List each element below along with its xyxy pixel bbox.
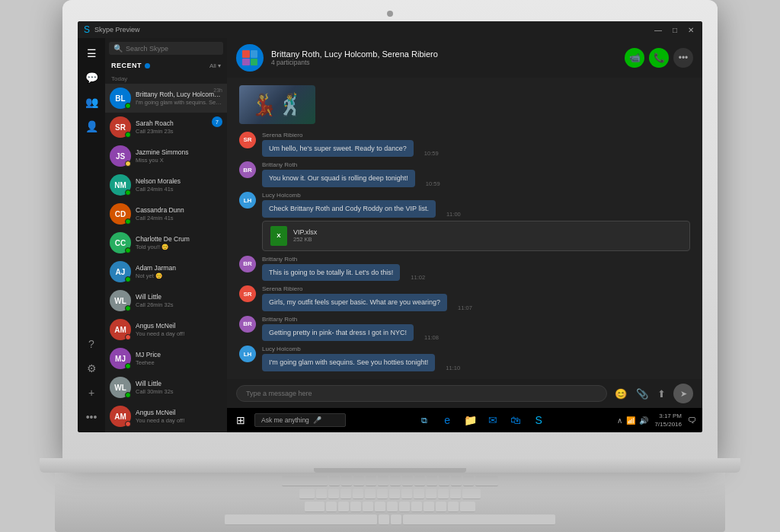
contact-preview: Call 26min 32s <box>136 301 222 308</box>
contact-item[interactable]: MJ MJ Price Teehee <box>105 431 227 432</box>
contact-preview: I'm going glam with sequins. See you h..… <box>136 99 222 106</box>
excel-icon: X <box>270 226 287 246</box>
message-time: 10:59 <box>424 150 439 157</box>
avatar: NM <box>110 174 131 196</box>
file-name: VIP.xlsx <box>293 228 317 236</box>
mic-icon: 🎤 <box>313 416 321 424</box>
contact-name: Brittany Roth, Lucy Holcomb, S... <box>136 91 222 98</box>
notification-icon[interactable]: 🗨 <box>688 416 696 425</box>
section-date: Today <box>105 72 227 84</box>
close-button[interactable]: ✕ <box>686 26 696 34</box>
all-filter-button[interactable]: All ▾ <box>209 62 221 69</box>
contact-item[interactable]: WL Will Little Call 30min 32s <box>105 373 227 402</box>
contacts-panel: 🔍 RECENT All ▾ Today <box>105 38 227 432</box>
message-block: SR Serena Ribiero Girls, my outfit feels… <box>239 285 690 311</box>
message-bubble: Getting pretty in pink- that dress I got… <box>262 324 414 342</box>
taskbar-search[interactable]: Ask me anything 🎤 <box>254 413 346 427</box>
message-time: 11:02 <box>411 274 425 281</box>
contact-item[interactable]: CC Charlotte De Crum Told you!! 😊 <box>105 228 227 257</box>
contact-name: Will Little <box>136 293 222 301</box>
contacts-list: BL Brittany Roth, Lucy Holcomb, S... I'm… <box>105 84 227 432</box>
edge-browser-app[interactable]: e <box>437 410 457 430</box>
contact-preview: Call 24min 41s <box>136 215 222 221</box>
contact-item[interactable]: AM Angus McNeil You need a day off! <box>105 402 227 431</box>
share-button[interactable]: ⬆ <box>656 387 667 401</box>
status-dot <box>125 334 131 340</box>
sidebar-chat-icon[interactable]: 💬 <box>81 67 102 88</box>
send-button[interactable]: ➤ <box>673 384 693 403</box>
message-bubble: Girls, my outfit feels super basic. What… <box>262 294 447 311</box>
chevron-up-icon[interactable]: ∧ <box>617 416 622 425</box>
message-block: BR Brittany Roth This is going to be tot… <box>239 256 690 282</box>
minimize-button[interactable]: — <box>652 26 664 34</box>
message-avatar: LH <box>239 346 256 362</box>
status-dot <box>125 103 131 109</box>
taskbar: ⊞ Ask me anything 🎤 ⧉ e 📁 ✉ 🛍 <box>227 408 702 432</box>
message-input[interactable] <box>236 385 607 402</box>
clock-date: 7/15/2016 <box>654 420 682 428</box>
message-sender: Lucy Holcomb <box>262 346 690 352</box>
status-dot <box>125 421 131 427</box>
contact-name: Angus McNeil <box>136 409 222 416</box>
mail-app[interactable]: ✉ <box>483 410 503 430</box>
message-bubble: Check Brittany Roth and Cody Roddy on th… <box>262 200 436 218</box>
contact-name: Angus McNeil <box>136 322 222 330</box>
message-bubble: You know it. Our squad is rolling deep t… <box>262 170 415 187</box>
more-options-button[interactable]: ••• <box>673 48 693 68</box>
message-time: 10:59 <box>426 180 440 187</box>
contact-item[interactable]: BL Brittany Roth, Lucy Holcomb, S... I'm… <box>105 84 227 113</box>
message-time: 11:07 <box>458 304 472 311</box>
attach-button[interactable]: 📎 <box>635 387 650 401</box>
message-avatar: LH <box>239 192 256 209</box>
emoji-button[interactable]: 😊 <box>613 387 628 401</box>
contact-item[interactable]: AM Angus McNeil You need a day off! <box>105 315 227 344</box>
search-icon: 🔍 <box>113 44 123 53</box>
speaker-icon: 🔊 <box>639 416 648 425</box>
status-dot <box>125 218 131 225</box>
status-dot <box>125 305 131 311</box>
avatar: AJ <box>110 261 131 282</box>
sidebar-menu-icon[interactable]: ☰ <box>81 43 102 64</box>
video-call-button[interactable]: 📹 <box>625 48 644 68</box>
message-sender: Brittany Roth <box>262 316 690 323</box>
sidebar-help-icon[interactable]: ? <box>81 333 102 355</box>
contact-item[interactable]: WL Will Little Call 26min 32s <box>105 286 227 315</box>
contact-item[interactable]: CD Cassandra Dunn Call 24min 41s <box>105 199 227 228</box>
contact-preview: Call 24min 41s <box>136 186 222 193</box>
chat-title: Brittany Roth, Lucy Holcomb, Serena Ribi… <box>271 49 617 59</box>
sidebar-settings-icon[interactable]: ⚙ <box>81 358 102 379</box>
participants-label: 4 participants <box>271 59 310 66</box>
task-view-button[interactable]: ⧉ <box>414 410 434 430</box>
start-button[interactable]: ⊞ <box>233 413 248 428</box>
skype-logo-icon: S <box>84 24 90 35</box>
sidebar-add-icon[interactable]: + <box>81 382 102 403</box>
status-dot <box>125 132 131 138</box>
file-size: 252 KB <box>293 236 317 243</box>
search-bar[interactable]: 🔍 <box>109 42 223 55</box>
contact-item[interactable]: NM Nelson Morales Call 24min 41s <box>105 170 227 199</box>
sidebar-more-icon[interactable]: ••• <box>81 406 102 428</box>
contact-item[interactable]: JS Jazmine Simmons Miss you X <box>105 142 227 170</box>
contact-name: Adam Jarman <box>136 264 222 272</box>
avatar: AM <box>110 406 131 427</box>
laptop-screen: S Skype Preview — □ ✕ ☰ 💬 👥 👤 <box>62 0 718 458</box>
avatar: BL <box>110 88 131 109</box>
message-sender: Lucy Holcomb <box>262 192 690 199</box>
message-block: BR Brittany Roth You know it. Our squad … <box>239 161 690 187</box>
store-app[interactable]: 🛍 <box>506 410 526 430</box>
status-dot <box>125 276 131 282</box>
file-attachment[interactable]: X VIP.xlsx 252 KB <box>262 221 690 251</box>
contact-item[interactable]: MJ MJ Price Teehee <box>105 344 227 373</box>
sidebar-profile-icon[interactable]: 👤 <box>81 116 102 137</box>
file-explorer-app[interactable]: 📁 <box>460 410 480 430</box>
maximize-button[interactable]: □ <box>670 26 679 34</box>
sidebar-contacts-icon[interactable]: 👥 <box>81 91 102 113</box>
keyboard <box>55 473 725 532</box>
contact-item[interactable]: SR Sarah Roach Call 23min 23s 7 <box>105 113 227 142</box>
contact-preview: Told you!! 😊 <box>136 244 222 250</box>
voice-call-button[interactable]: 📞 <box>649 48 669 68</box>
skype-app[interactable]: S <box>529 410 548 430</box>
search-input[interactable] <box>126 45 219 53</box>
avatar: CC <box>110 232 131 253</box>
contact-item[interactable]: AJ Adam Jarman Not yet 😊 <box>105 257 227 286</box>
